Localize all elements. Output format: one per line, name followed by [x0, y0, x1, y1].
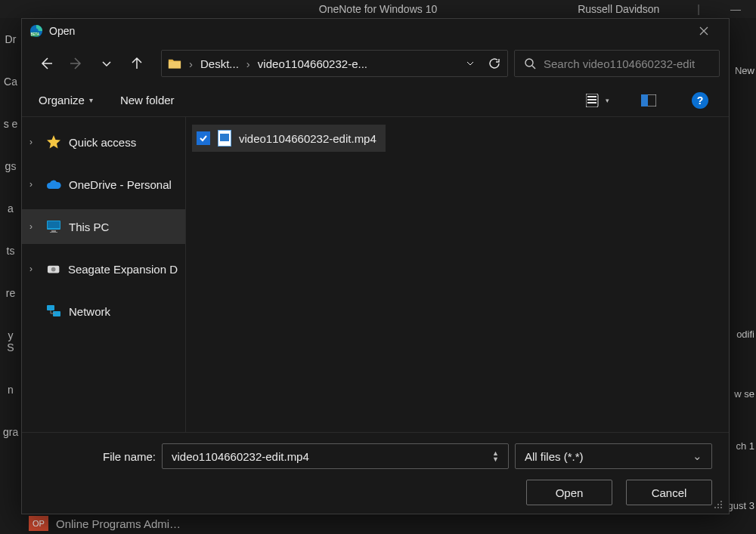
svg-point-18 [720, 501, 722, 502]
taskbar-item-label[interactable]: Online Programs Admi… [56, 517, 181, 530]
chevron-right-icon: › [189, 57, 193, 70]
edge-beta-icon: BETA [29, 24, 43, 38]
file-type-filter[interactable]: All files (*.*) ⌄ [515, 443, 712, 469]
bg-taskbar: OP Online Programs Admi… [29, 513, 181, 534]
checkbox-checked-icon[interactable] [197, 131, 210, 145]
sidebar: › Quick access › OneDrive - Personal › T… [22, 117, 186, 432]
svg-rect-13 [50, 232, 57, 233]
video-file-icon [218, 130, 231, 147]
svg-text:BETA: BETA [30, 32, 39, 36]
chevron-right-icon: › [246, 57, 250, 70]
chevron-right-icon: › [29, 179, 39, 190]
folder-icon [168, 57, 181, 69]
svg-point-19 [717, 504, 719, 505]
navbar: › Deskt... › video1104660232-e... Search… [22, 43, 729, 84]
address-dropdown-button[interactable] [463, 57, 477, 69]
dialog-footer: File name: video1104660232-edit.mp4 ▲▼ A… [22, 432, 729, 514]
filename-input[interactable]: video1104660232-edit.mp4 ▲▼ [162, 443, 509, 469]
up-button[interactable] [122, 48, 152, 79]
sidebar-item-label: This PC [69, 221, 109, 233]
resize-grip-icon[interactable] [712, 499, 723, 509]
cloud-icon [46, 177, 61, 192]
sidebar-item-label: Network [69, 305, 110, 318]
file-item[interactable]: video1104660232-edit.mp4 [192, 125, 386, 152]
search-placeholder: Search video1104660232-edit [544, 57, 695, 70]
file-list[interactable]: video1104660232-edit.mp4 [186, 117, 729, 432]
organize-button[interactable]: Organize ▾ [39, 94, 93, 106]
forward-button[interactable] [61, 48, 91, 79]
svg-rect-9 [641, 94, 648, 106]
filename-label: File name: [39, 450, 156, 463]
file-open-dialog: BETA Open › Deskt... › video1104660232-e… [21, 18, 730, 514]
network-icon [46, 304, 61, 319]
sidebar-item-label: OneDrive - Personal [69, 178, 172, 191]
help-button[interactable]: ? [688, 88, 712, 113]
open-button[interactable]: Open [526, 480, 612, 505]
svg-rect-12 [51, 230, 56, 232]
sidebar-item-this-pc[interactable]: › This PC [22, 209, 185, 244]
sidebar-item-label: Quick access [69, 136, 136, 149]
toolbar: Organize ▾ New folder ▾ ? [22, 84, 729, 117]
taskbar-badge[interactable]: OP [29, 516, 48, 531]
dialog-title: Open [49, 25, 75, 37]
recent-dropdown-button[interactable] [91, 48, 122, 79]
sidebar-item-seagate[interactable]: › Seagate Expansion D [22, 252, 185, 286]
view-mode-button[interactable]: ▾ [585, 88, 609, 113]
bg-app-title: OneNote for Windows 10 [319, 3, 437, 15]
svg-rect-16 [47, 305, 54, 310]
refresh-button[interactable] [488, 57, 501, 69]
svg-point-22 [717, 507, 719, 508]
svg-point-3 [525, 59, 533, 66]
svg-point-15 [51, 267, 55, 272]
file-name: video1104660232-edit.mp4 [239, 132, 376, 145]
bg-left-strip: DrCas e gsats rey Sn gra [0, 18, 21, 534]
breadcrumb-folder[interactable]: video1104660232-e... [258, 57, 367, 70]
new-folder-button[interactable]: New folder [120, 94, 175, 106]
chevron-down-icon: ▾ [89, 96, 93, 104]
chevron-right-icon: › [29, 137, 39, 147]
bg-right-strip: New odifi w se ch 1 gust 3 gust 2 [726, 18, 756, 534]
back-button[interactable] [31, 48, 61, 79]
star-icon [46, 134, 61, 150]
close-button[interactable] [686, 20, 721, 42]
svg-rect-11 [48, 221, 60, 228]
address-bar[interactable]: › Deskt... › video1104660232-e... [161, 50, 508, 77]
svg-point-23 [720, 507, 722, 508]
chevron-right-icon: › [29, 264, 39, 274]
breadcrumb-desktop[interactable]: Deskt... [200, 57, 239, 70]
sidebar-item-label: Seagate Expansion D [68, 263, 178, 276]
svg-rect-5 [587, 96, 596, 97]
search-input[interactable]: Search video1104660232-edit [514, 50, 720, 77]
chevron-down-icon: ⌄ [692, 449, 702, 463]
svg-rect-7 [587, 102, 596, 103]
sidebar-item-quick-access[interactable]: › Quick access [22, 125, 185, 159]
search-icon [524, 57, 536, 69]
drive-icon [46, 261, 60, 276]
titlebar: BETA Open [22, 19, 729, 43]
monitor-icon [46, 219, 61, 234]
sidebar-item-network[interactable]: › Network [22, 294, 185, 329]
dropdown-carets-icon[interactable]: ▲▼ [492, 450, 499, 462]
bg-user-name: Russell Davidson [578, 3, 659, 15]
svg-point-21 [714, 507, 716, 508]
cancel-button[interactable]: Cancel [626, 480, 712, 505]
chevron-right-icon: › [29, 221, 39, 232]
svg-point-20 [720, 504, 722, 505]
sidebar-item-onedrive[interactable]: › OneDrive - Personal [22, 167, 185, 202]
preview-pane-button[interactable] [637, 88, 661, 113]
svg-rect-6 [587, 99, 596, 100]
